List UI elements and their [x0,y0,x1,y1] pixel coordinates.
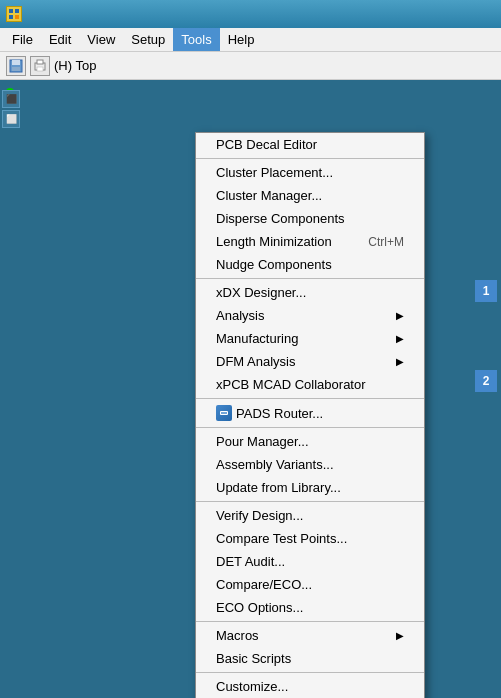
menu-xdx-designer[interactable]: xDX Designer... [196,281,424,304]
menu-verify-design[interactable]: Verify Design... [196,504,424,527]
menu-pads-router[interactable]: PADS Router... [196,401,424,425]
menu-compare-test-points[interactable]: Compare Test Points... [196,527,424,550]
menu-det-audit[interactable]: DET Audit... [196,550,424,573]
pads-router-icon [216,405,232,421]
divider-2 [196,278,424,279]
menu-bar: File Edit View Setup Tools Help [0,28,501,52]
menu-assembly-variants[interactable]: Assembly Variants... [196,453,424,476]
divider-5 [196,501,424,502]
menu-eco-options[interactable]: ECO Options... [196,596,424,619]
menu-macros[interactable]: Macros ▶ [196,624,424,647]
menu-pour-manager[interactable]: Pour Manager... [196,430,424,453]
svg-rect-2 [9,15,13,19]
toolbar-btn-1[interactable]: ⬛ [2,90,20,108]
menu-analysis[interactable]: Analysis ▶ [196,304,424,327]
toolbar-save-icon[interactable] [6,56,26,76]
arrow-icon: ▶ [396,630,404,641]
layer-selector[interactable]: (H) Top [54,58,96,73]
menu-cluster-manager[interactable]: Cluster Manager... [196,184,424,207]
menu-dfm-analysis[interactable]: DFM Analysis ▶ [196,350,424,373]
divider-4 [196,427,424,428]
divider-6 [196,621,424,622]
menu-update-from-library[interactable]: Update from Library... [196,476,424,499]
menu-setup[interactable]: Setup [123,28,173,51]
divider-7 [196,672,424,673]
main-canvas: ⬛ ⬜ PCB Decal Editor Cluster Placement..… [0,80,501,698]
toolbar: (H) Top [0,52,501,80]
menu-compare-eco[interactable]: Compare/ECO... [196,573,424,596]
badge-2: 2 [475,370,497,392]
divider-1 [196,158,424,159]
menu-tools[interactable]: Tools [173,28,219,51]
toolbar-print-icon[interactable] [30,56,50,76]
arrow-icon: ▶ [396,310,404,321]
menu-help[interactable]: Help [220,28,263,51]
svg-rect-6 [12,67,20,71]
menu-nudge-components[interactable]: Nudge Components [196,253,424,276]
svg-rect-1 [15,9,19,13]
badge-1: 1 [475,280,497,302]
menu-customize[interactable]: Customize... [196,675,424,698]
menu-manufacturing[interactable]: Manufacturing ▶ [196,327,424,350]
svg-rect-5 [12,60,20,65]
left-toolbar: ⬛ ⬜ [0,80,22,698]
menu-pcb-decal-editor[interactable]: PCB Decal Editor [196,133,424,156]
menu-length-minimization[interactable]: Length Minimization Ctrl+M [196,230,424,253]
menu-cluster-placement[interactable]: Cluster Placement... [196,161,424,184]
svg-rect-8 [37,60,43,64]
svg-rect-9 [37,67,43,71]
menu-edit[interactable]: Edit [41,28,79,51]
app-icon [6,6,22,22]
divider-3 [196,398,424,399]
arrow-icon: ▶ [396,356,404,367]
tools-dropdown: PCB Decal Editor Cluster Placement... Cl… [195,132,425,698]
toolbar-btn-2[interactable]: ⬜ [2,110,20,128]
menu-xpcb-mcad[interactable]: xPCB MCAD Collaborator [196,373,424,396]
menu-basic-scripts[interactable]: Basic Scripts [196,647,424,670]
title-bar [0,0,501,28]
menu-view[interactable]: View [79,28,123,51]
svg-rect-3 [15,15,19,19]
svg-rect-0 [9,9,13,13]
arrow-icon: ▶ [396,333,404,344]
menu-disperse-components[interactable]: Disperse Components [196,207,424,230]
menu-file[interactable]: File [4,28,41,51]
